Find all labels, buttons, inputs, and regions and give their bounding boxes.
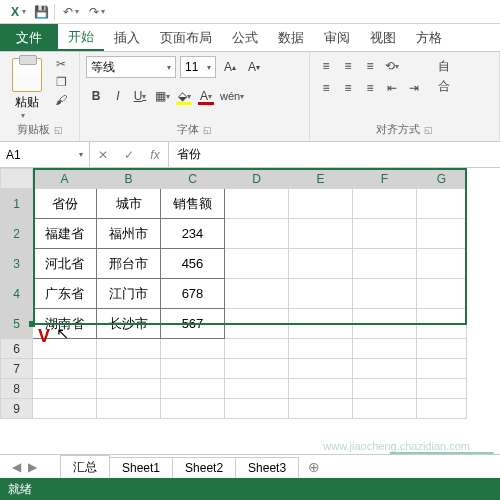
border-icon[interactable]: ▦▾ [152,86,172,106]
cell[interactable] [225,309,289,339]
row-header[interactable]: 9 [1,399,33,419]
shrink-font-icon[interactable]: A▾ [244,57,264,77]
launcher-icon[interactable]: ◱ [203,125,212,135]
add-sheet-icon[interactable]: ⊕ [298,459,330,475]
align-bottom-icon[interactable]: ≡ [360,56,380,76]
paste-button[interactable]: 粘贴 [15,94,39,111]
col-header[interactable]: D [225,169,289,189]
col-header[interactable]: A [33,169,97,189]
paste-dropdown-icon[interactable]: ▾ [21,111,25,120]
cell[interactable] [97,339,161,359]
row-header[interactable]: 1 [1,189,33,219]
cell[interactable] [353,189,417,219]
col-header[interactable]: G [417,169,467,189]
tab-page-layout[interactable]: 页面布局 [150,24,222,51]
cell[interactable] [33,399,97,419]
launcher-icon[interactable]: ◱ [424,125,433,135]
cell[interactable] [353,249,417,279]
align-top-icon[interactable]: ≡ [316,56,336,76]
tab-view[interactable]: 视图 [360,24,406,51]
cell[interactable] [289,379,353,399]
cell[interactable] [353,379,417,399]
cell[interactable] [353,359,417,379]
select-all-corner[interactable] [1,169,33,189]
cell[interactable] [161,399,225,419]
file-tab[interactable]: 文件 [0,24,58,51]
wrap-text-button[interactable]: 自 [434,56,454,76]
cell[interactable] [417,279,467,309]
cell[interactable] [417,189,467,219]
cell[interactable]: 长沙市 [97,309,161,339]
font-color-icon[interactable]: A▾ [196,86,216,106]
cell[interactable]: 456 [161,249,225,279]
cell[interactable] [289,339,353,359]
indent-dec-icon[interactable]: ⇤ [382,78,402,98]
cell[interactable] [97,359,161,379]
orientation-icon[interactable]: ⟲▾ [382,56,402,76]
cancel-icon[interactable]: ✕ [90,148,116,162]
qat-customize-icon[interactable]: ▾ [22,7,26,16]
sheet-tab-sheet1[interactable]: Sheet1 [109,457,173,478]
cell[interactable] [353,399,417,419]
cell[interactable] [417,399,467,419]
cell[interactable]: 河北省 [33,249,97,279]
cell[interactable] [225,359,289,379]
cell[interactable] [289,359,353,379]
tab-review[interactable]: 审阅 [314,24,360,51]
cell[interactable]: 567 [161,309,225,339]
col-header[interactable]: C [161,169,225,189]
cell[interactable] [97,379,161,399]
row-header[interactable]: 8 [1,379,33,399]
sheet-tab-summary[interactable]: 汇总 [60,455,110,481]
row-header[interactable]: 3 [1,249,33,279]
cell[interactable] [417,249,467,279]
cell[interactable]: 销售额 [161,189,225,219]
tab-insert[interactable]: 插入 [104,24,150,51]
cell[interactable] [225,189,289,219]
tab-formulas[interactable]: 公式 [222,24,268,51]
tab-home[interactable]: 开始 [58,24,104,51]
cell[interactable] [353,279,417,309]
cell[interactable] [353,309,417,339]
align-center-icon[interactable]: ≡ [338,78,358,98]
cell[interactable]: 福建省 [33,219,97,249]
indent-inc-icon[interactable]: ⇥ [404,78,424,98]
font-size-select[interactable]: 11▾ [180,56,216,78]
row-header[interactable]: 7 [1,359,33,379]
launcher-icon[interactable]: ◱ [54,125,63,135]
tab-data[interactable]: 数据 [268,24,314,51]
cell[interactable]: 广东省 [33,279,97,309]
row-header[interactable]: 5 [1,309,33,339]
row-header[interactable]: 2 [1,219,33,249]
align-right-icon[interactable]: ≡ [360,78,380,98]
save-icon[interactable]: 💾 [30,2,52,22]
cell[interactable] [161,339,225,359]
fill-handle[interactable] [29,321,35,327]
cell[interactable]: 城市 [97,189,161,219]
phonetic-icon[interactable]: wén▾ [218,86,246,106]
cell[interactable] [417,379,467,399]
cell[interactable]: 省份 [33,189,97,219]
cell[interactable] [225,219,289,249]
cell[interactable] [225,249,289,279]
cell[interactable]: 邢台市 [97,249,161,279]
bold-button[interactable]: B [86,86,106,106]
confirm-icon[interactable]: ✓ [116,148,142,162]
col-header[interactable]: F [353,169,417,189]
tab-addon[interactable]: 方格 [406,24,452,51]
format-painter-icon[interactable]: 🖌 [52,92,70,108]
align-middle-icon[interactable]: ≡ [338,56,358,76]
cell[interactable] [289,399,353,419]
align-left-icon[interactable]: ≡ [316,78,336,98]
cell[interactable]: 234 [161,219,225,249]
cell[interactable] [161,359,225,379]
cell[interactable] [289,189,353,219]
cell[interactable] [225,339,289,359]
cell[interactable] [417,309,467,339]
row-header[interactable]: 4 [1,279,33,309]
cell[interactable] [33,379,97,399]
formula-input[interactable]: 省份 [169,142,500,167]
sheet-nav-prev-icon[interactable]: ◀ [8,460,24,474]
cell[interactable] [353,219,417,249]
cell[interactable] [417,339,467,359]
